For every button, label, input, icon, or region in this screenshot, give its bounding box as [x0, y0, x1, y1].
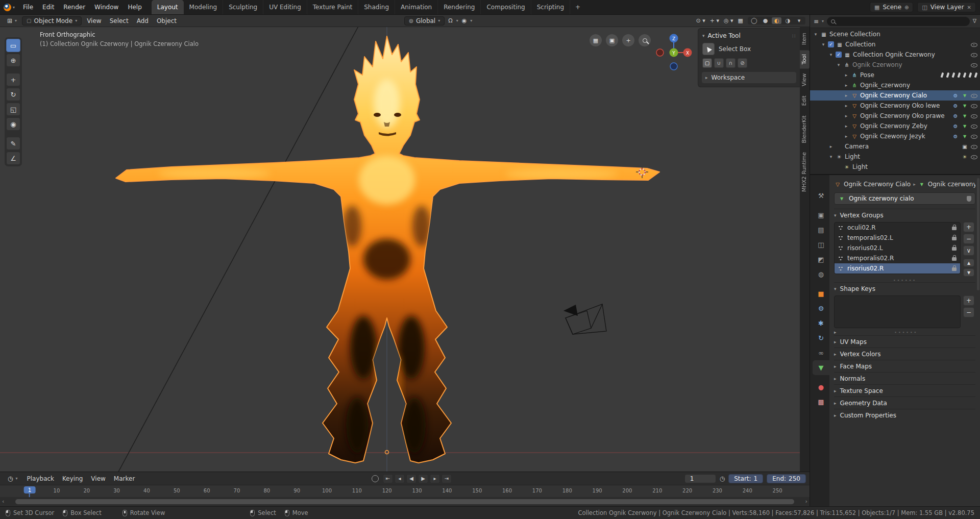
overlays-dropdown[interactable]: ◎ ▾ [724, 17, 733, 24]
bone-icon[interactable] [940, 71, 944, 79]
topbar-menu[interactable]: Edit [38, 0, 59, 14]
meshdata-icon[interactable] [961, 102, 968, 109]
expand-arrow-icon[interactable]: ▸ [844, 93, 849, 98]
move-group-down-button[interactable]: ▼ [963, 268, 974, 277]
meshdata-icon[interactable] [961, 112, 968, 119]
pan-view-icon[interactable]: + [622, 34, 634, 46]
workspace-tab[interactable]: Rendering [438, 0, 481, 14]
transform-tool[interactable]: ◉ [6, 117, 20, 131]
camera-view-icon[interactable]: ▣ [606, 34, 618, 46]
select-mode-subtract[interactable]: ∩ [726, 58, 736, 68]
remove-shape-key-button[interactable]: − [963, 307, 974, 317]
view-layer-tab[interactable]: ◫ [813, 237, 829, 252]
physics-tab[interactable]: ↻ [813, 331, 829, 345]
outliner-row[interactable]: ▸ Ognik Czerwony Oko prawe [810, 111, 980, 121]
select-box-tool[interactable]: ▭ [6, 39, 20, 52]
use-preview-range-icon[interactable]: ◷ [720, 475, 725, 482]
workspace-tab[interactable]: Sculpting [223, 0, 263, 14]
timeline-scrollbar[interactable]: ‹ › [0, 497, 810, 506]
eye-icon[interactable] [970, 41, 977, 48]
wrench-icon[interactable] [952, 112, 959, 119]
outliner-row[interactable]: ▾ Collection Ognik Czerwony [810, 50, 980, 60]
bone-icon[interactable] [974, 71, 977, 79]
vertex-group-specials-button[interactable]: ∨ [963, 245, 974, 256]
remove-vertex-group-button[interactable]: − [963, 234, 974, 244]
eye-icon[interactable] [970, 61, 977, 68]
list-resize-handle[interactable] [837, 330, 975, 335]
render-tab[interactable]: ▣ [813, 208, 829, 223]
properties-scrollbar[interactable] [977, 178, 979, 290]
vertex-group-row[interactable]: temporalis02.R [835, 253, 960, 263]
shading-material[interactable]: ◐ [772, 17, 781, 24]
bone-icon[interactable] [946, 71, 949, 79]
breadcrumb-object[interactable]: Ognik Czerwony Cialo [844, 181, 911, 188]
properties-section-header[interactable]: ▸ Vertex Colors [834, 348, 975, 360]
lock-icon[interactable] [952, 227, 957, 230]
add-shape-key-button[interactable]: + [963, 295, 974, 306]
expand-arrow-icon[interactable]: ▸ [828, 144, 834, 149]
jump-to-start[interactable]: ⇤ [383, 474, 393, 483]
add-vertex-group-button[interactable]: + [963, 222, 974, 232]
rotate-tool[interactable]: ↻ [6, 88, 20, 101]
outliner-row[interactable]: ▾ Ognik Czerwony [810, 60, 980, 70]
vertex-group-row[interactable]: risorius02.L [835, 243, 960, 253]
select-mode-invert[interactable]: ⊘ [738, 58, 747, 68]
bone-icon[interactable] [963, 71, 966, 79]
frame-end-field[interactable]: End: 250 [767, 474, 806, 483]
expand-arrow-icon[interactable]: ▸ [844, 83, 849, 88]
add-workspace-button[interactable]: + [570, 0, 585, 14]
select-mode-new[interactable]: ▢ [702, 58, 712, 68]
expand-arrow-icon[interactable]: ▸ [844, 113, 849, 118]
next-keyframe[interactable]: ▸ [430, 474, 440, 483]
panel-drag-icon[interactable]: ∷ [792, 33, 796, 39]
workspace-tab[interactable]: UV Editing [263, 0, 307, 14]
outliner-row[interactable]: ▸ Ognik Czerwony Cialo [810, 90, 980, 101]
workspace-tab[interactable]: Compositing [481, 0, 531, 14]
outliner-row[interactable]: ▸ Ognik Czerwony Oko lewe [810, 101, 980, 111]
viewport-menu[interactable]: Object [153, 17, 181, 25]
timeline-ruler[interactable]: 1 10203040506070809010011012013014015016… [0, 485, 810, 497]
outliner-row[interactable]: Light [810, 162, 980, 172]
world-tab[interactable]: ◍ [813, 267, 829, 282]
material-tab[interactable]: ● [813, 380, 829, 394]
expand-arrow-icon[interactable]: ▾ [821, 42, 826, 47]
sidebar-tab[interactable]: BlenderKit [800, 111, 810, 147]
bone-icon[interactable] [951, 71, 955, 79]
frame-start-field[interactable]: Start: 1 [728, 474, 763, 483]
expand-arrow-icon[interactable]: ▸ [844, 103, 849, 108]
viewport-menu[interactable]: View [83, 17, 105, 25]
collection-checkbox[interactable] [836, 52, 842, 58]
prev-keyframe[interactable]: ◂ [395, 474, 405, 483]
collection-checkbox[interactable] [828, 41, 834, 47]
vertex-group-row[interactable]: temporalis02.L [835, 233, 960, 243]
select-mode-extend[interactable]: ∪ [714, 58, 724, 68]
outliner-row[interactable]: ▾ Light [810, 152, 980, 162]
texture-tab[interactable]: ▩ [813, 394, 829, 409]
lock-icon[interactable] [952, 247, 957, 251]
auto-keying-toggle[interactable] [372, 475, 379, 482]
annotate-tool[interactable]: ✎ [6, 137, 20, 150]
wrench-icon[interactable] [952, 122, 959, 130]
outliner-row[interactable]: ▾ Scene Collection [810, 29, 980, 39]
scale-tool[interactable]: ◱ [6, 103, 20, 116]
outliner-row[interactable]: ▸ Ognik Czerwony Zeby [810, 121, 980, 131]
wrench-icon[interactable] [952, 133, 959, 140]
viewport-menu[interactable]: Select [106, 17, 133, 25]
scene-selector[interactable]: ▦ Scene ⊕ [870, 2, 913, 12]
particles-tab[interactable]: ✱ [813, 316, 829, 331]
orientation-dropdown[interactable]: ◍ Global ▾ [404, 16, 445, 26]
modifiers-tab[interactable]: ⚙ [813, 301, 829, 316]
sidebar-tab[interactable]: MHX2 Runtime [800, 148, 810, 196]
jump-to-end[interactable]: ⇥ [442, 474, 452, 483]
orbit-grid-icon[interactable]: ▦ [590, 34, 602, 46]
bone-icon[interactable] [957, 71, 961, 79]
sidebar-tab[interactable]: View [800, 69, 810, 90]
wrench-icon[interactable] [952, 92, 959, 99]
eye-icon[interactable] [970, 153, 977, 160]
move-tool[interactable]: + [6, 73, 20, 86]
vertex-group-row[interactable]: oculi02.R [835, 223, 960, 233]
cursor-tool[interactable]: ⊕ [6, 54, 20, 67]
remove-view-layer-button[interactable]: ✕ [967, 5, 971, 10]
timeline-menu[interactable]: View [87, 475, 109, 483]
topbar-menu[interactable]: Render [59, 0, 90, 14]
